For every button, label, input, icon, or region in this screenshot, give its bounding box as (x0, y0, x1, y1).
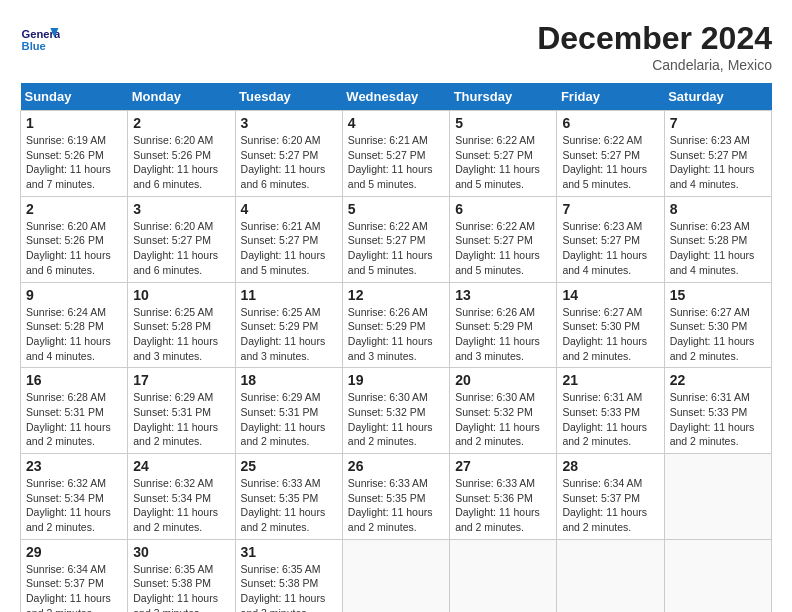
day-info: Sunrise: 6:31 AMSunset: 5:33 PMDaylight:… (670, 390, 766, 449)
day-info: Sunrise: 6:25 AMSunset: 5:29 PMDaylight:… (241, 305, 337, 364)
day-number: 22 (670, 372, 766, 388)
svg-text:Blue: Blue (22, 40, 46, 52)
calendar-cell: 20Sunrise: 6:30 AMSunset: 5:32 PMDayligh… (450, 368, 557, 454)
day-info: Sunrise: 6:22 AMSunset: 5:27 PMDaylight:… (455, 133, 551, 192)
day-number: 10 (133, 287, 229, 303)
calendar-cell: 22Sunrise: 6:31 AMSunset: 5:33 PMDayligh… (664, 368, 771, 454)
day-number: 27 (455, 458, 551, 474)
day-info: Sunrise: 6:21 AMSunset: 5:27 PMDaylight:… (241, 219, 337, 278)
weekday-header-tuesday: Tuesday (235, 83, 342, 111)
calendar-cell: 13Sunrise: 6:26 AMSunset: 5:29 PMDayligh… (450, 282, 557, 368)
page-header: General Blue December 2024 Candelaria, M… (20, 20, 772, 73)
day-info: Sunrise: 6:33 AMSunset: 5:35 PMDaylight:… (241, 476, 337, 535)
calendar-cell: 21Sunrise: 6:31 AMSunset: 5:33 PMDayligh… (557, 368, 664, 454)
day-info: Sunrise: 6:30 AMSunset: 5:32 PMDaylight:… (455, 390, 551, 449)
day-info: Sunrise: 6:34 AMSunset: 5:37 PMDaylight:… (26, 562, 122, 612)
day-info: Sunrise: 6:29 AMSunset: 5:31 PMDaylight:… (241, 390, 337, 449)
calendar-cell: 3Sunrise: 6:20 AMSunset: 5:27 PMDaylight… (128, 196, 235, 282)
day-info: Sunrise: 6:27 AMSunset: 5:30 PMDaylight:… (670, 305, 766, 364)
weekday-header-sunday: Sunday (21, 83, 128, 111)
day-info: Sunrise: 6:30 AMSunset: 5:32 PMDaylight:… (348, 390, 444, 449)
day-info: Sunrise: 6:20 AMSunset: 5:26 PMDaylight:… (26, 219, 122, 278)
calendar-cell (342, 539, 449, 612)
calendar-cell (557, 539, 664, 612)
day-number: 17 (133, 372, 229, 388)
calendar-week-4: 16Sunrise: 6:28 AMSunset: 5:31 PMDayligh… (21, 368, 772, 454)
day-info: Sunrise: 6:35 AMSunset: 5:38 PMDaylight:… (133, 562, 229, 612)
day-number: 3 (133, 201, 229, 217)
calendar-cell (664, 539, 771, 612)
calendar-cell: 25Sunrise: 6:33 AMSunset: 5:35 PMDayligh… (235, 454, 342, 540)
day-info: Sunrise: 6:25 AMSunset: 5:28 PMDaylight:… (133, 305, 229, 364)
day-info: Sunrise: 6:32 AMSunset: 5:34 PMDaylight:… (133, 476, 229, 535)
calendar-cell: 7Sunrise: 6:23 AMSunset: 5:27 PMDaylight… (664, 111, 771, 197)
calendar-week-3: 9Sunrise: 6:24 AMSunset: 5:28 PMDaylight… (21, 282, 772, 368)
calendar-week-1: 1Sunrise: 6:19 AMSunset: 5:26 PMDaylight… (21, 111, 772, 197)
day-info: Sunrise: 6:24 AMSunset: 5:28 PMDaylight:… (26, 305, 122, 364)
day-number: 9 (26, 287, 122, 303)
day-info: Sunrise: 6:22 AMSunset: 5:27 PMDaylight:… (562, 133, 658, 192)
day-number: 25 (241, 458, 337, 474)
calendar-cell: 7Sunrise: 6:23 AMSunset: 5:27 PMDaylight… (557, 196, 664, 282)
day-info: Sunrise: 6:26 AMSunset: 5:29 PMDaylight:… (455, 305, 551, 364)
day-number: 28 (562, 458, 658, 474)
calendar-cell: 31Sunrise: 6:35 AMSunset: 5:38 PMDayligh… (235, 539, 342, 612)
calendar-cell: 4Sunrise: 6:21 AMSunset: 5:27 PMDaylight… (342, 111, 449, 197)
calendar-cell: 27Sunrise: 6:33 AMSunset: 5:36 PMDayligh… (450, 454, 557, 540)
calendar-cell: 5Sunrise: 6:22 AMSunset: 5:27 PMDaylight… (342, 196, 449, 282)
calendar-cell: 14Sunrise: 6:27 AMSunset: 5:30 PMDayligh… (557, 282, 664, 368)
calendar-cell: 18Sunrise: 6:29 AMSunset: 5:31 PMDayligh… (235, 368, 342, 454)
calendar-cell: 2Sunrise: 6:20 AMSunset: 5:26 PMDaylight… (21, 196, 128, 282)
day-info: Sunrise: 6:34 AMSunset: 5:37 PMDaylight:… (562, 476, 658, 535)
calendar-cell (450, 539, 557, 612)
calendar-cell: 10Sunrise: 6:25 AMSunset: 5:28 PMDayligh… (128, 282, 235, 368)
calendar-cell: 5Sunrise: 6:22 AMSunset: 5:27 PMDaylight… (450, 111, 557, 197)
day-info: Sunrise: 6:28 AMSunset: 5:31 PMDaylight:… (26, 390, 122, 449)
calendar-cell: 6Sunrise: 6:22 AMSunset: 5:27 PMDaylight… (557, 111, 664, 197)
calendar-cell: 17Sunrise: 6:29 AMSunset: 5:31 PMDayligh… (128, 368, 235, 454)
calendar-week-2: 2Sunrise: 6:20 AMSunset: 5:26 PMDaylight… (21, 196, 772, 282)
calendar-cell: 30Sunrise: 6:35 AMSunset: 5:38 PMDayligh… (128, 539, 235, 612)
calendar-cell: 8Sunrise: 6:23 AMSunset: 5:28 PMDaylight… (664, 196, 771, 282)
day-info: Sunrise: 6:31 AMSunset: 5:33 PMDaylight:… (562, 390, 658, 449)
day-number: 23 (26, 458, 122, 474)
day-number: 8 (670, 201, 766, 217)
calendar-cell: 26Sunrise: 6:33 AMSunset: 5:35 PMDayligh… (342, 454, 449, 540)
day-number: 11 (241, 287, 337, 303)
calendar-cell: 1Sunrise: 6:19 AMSunset: 5:26 PMDaylight… (21, 111, 128, 197)
day-number: 29 (26, 544, 122, 560)
calendar-cell: 19Sunrise: 6:30 AMSunset: 5:32 PMDayligh… (342, 368, 449, 454)
day-info: Sunrise: 6:20 AMSunset: 5:27 PMDaylight:… (241, 133, 337, 192)
calendar-cell: 24Sunrise: 6:32 AMSunset: 5:34 PMDayligh… (128, 454, 235, 540)
day-number: 31 (241, 544, 337, 560)
calendar-cell: 23Sunrise: 6:32 AMSunset: 5:34 PMDayligh… (21, 454, 128, 540)
day-info: Sunrise: 6:20 AMSunset: 5:27 PMDaylight:… (133, 219, 229, 278)
day-number: 4 (348, 115, 444, 131)
calendar-week-6: 29Sunrise: 6:34 AMSunset: 5:37 PMDayligh… (21, 539, 772, 612)
location: Candelaria, Mexico (537, 57, 772, 73)
calendar-cell: 28Sunrise: 6:34 AMSunset: 5:37 PMDayligh… (557, 454, 664, 540)
day-number: 2 (133, 115, 229, 131)
day-number: 1 (26, 115, 122, 131)
weekday-header-saturday: Saturday (664, 83, 771, 111)
day-number: 13 (455, 287, 551, 303)
weekday-header-thursday: Thursday (450, 83, 557, 111)
calendar-cell (664, 454, 771, 540)
calendar-table: SundayMondayTuesdayWednesdayThursdayFrid… (20, 83, 772, 612)
day-info: Sunrise: 6:23 AMSunset: 5:27 PMDaylight:… (670, 133, 766, 192)
day-info: Sunrise: 6:33 AMSunset: 5:36 PMDaylight:… (455, 476, 551, 535)
day-info: Sunrise: 6:22 AMSunset: 5:27 PMDaylight:… (348, 219, 444, 278)
logo: General Blue (20, 20, 64, 60)
day-number: 2 (26, 201, 122, 217)
day-info: Sunrise: 6:35 AMSunset: 5:38 PMDaylight:… (241, 562, 337, 612)
calendar-week-5: 23Sunrise: 6:32 AMSunset: 5:34 PMDayligh… (21, 454, 772, 540)
day-number: 24 (133, 458, 229, 474)
day-number: 3 (241, 115, 337, 131)
day-info: Sunrise: 6:20 AMSunset: 5:26 PMDaylight:… (133, 133, 229, 192)
weekday-header-monday: Monday (128, 83, 235, 111)
calendar-cell: 15Sunrise: 6:27 AMSunset: 5:30 PMDayligh… (664, 282, 771, 368)
day-info: Sunrise: 6:27 AMSunset: 5:30 PMDaylight:… (562, 305, 658, 364)
day-number: 7 (562, 201, 658, 217)
day-number: 21 (562, 372, 658, 388)
day-number: 12 (348, 287, 444, 303)
